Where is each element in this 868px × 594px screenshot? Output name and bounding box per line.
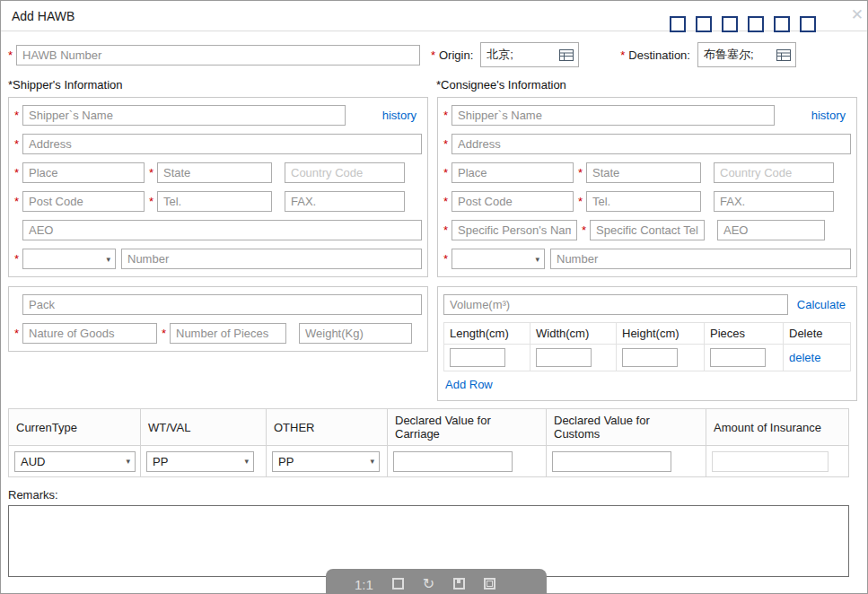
pieces-input[interactable]: [710, 348, 766, 367]
required-marker: *: [14, 195, 22, 208]
origin-lookup-icon[interactable]: [555, 44, 578, 66]
required-marker: *: [14, 166, 22, 179]
consignee-country-code-input[interactable]: [714, 162, 834, 183]
shipper-place-input[interactable]: [22, 162, 145, 183]
consignee-history-link[interactable]: history: [811, 109, 846, 122]
shipper-state-input[interactable]: [157, 162, 272, 183]
close-icon[interactable]: ✕: [851, 5, 860, 24]
consignee-contact-field: *: [582, 220, 705, 240]
currency-type-select[interactable]: AUD ▾: [14, 451, 136, 472]
consignee-panel: * history * * *: [437, 97, 857, 277]
currency-header-wtval: WT/VAL: [141, 409, 267, 446]
height-input[interactable]: [622, 348, 678, 367]
required-marker: *: [578, 195, 586, 208]
required-marker: *: [443, 252, 452, 266]
consignee-postcode-input[interactable]: [452, 191, 574, 212]
rotate-icon[interactable]: ↻: [423, 578, 434, 590]
shipper-place-field: *: [14, 162, 145, 183]
origin-input[interactable]: [481, 45, 555, 65]
weight-input[interactable]: [299, 323, 412, 344]
origin-group: * Origin:: [431, 42, 579, 67]
square-icon[interactable]: [800, 16, 816, 32]
currency-type-value: AUD: [21, 455, 45, 468]
shipper-aeo-field: [14, 220, 422, 240]
consignee-aeo-input[interactable]: [717, 220, 825, 240]
fit-screen-icon[interactable]: [392, 578, 404, 590]
square-icon[interactable]: [774, 16, 790, 32]
pack-panel: * *: [8, 286, 428, 352]
shipper-state-field: *: [149, 162, 272, 183]
wtval-select[interactable]: PP ▾: [146, 451, 254, 472]
currency-header-insurance: Amount of Insurance: [706, 409, 849, 446]
shipper-history-link[interactable]: history: [382, 109, 416, 122]
delete-row-link[interactable]: delete: [789, 351, 820, 364]
shipper-country-code-input[interactable]: [285, 162, 405, 183]
dim-header-pieces: Pieces: [705, 323, 784, 345]
square-icon[interactable]: [722, 16, 738, 32]
shipper-id-type-select[interactable]: ▾: [22, 249, 116, 269]
destination-input[interactable]: [698, 45, 772, 65]
pack-input[interactable]: [22, 294, 422, 315]
currency-header-row: CurrenType WT/VAL OTHER Declared Value f…: [9, 409, 849, 446]
calculate-link[interactable]: Calculate: [797, 298, 846, 311]
dialog-content: * * Origin:: [1, 31, 867, 594]
number-of-pieces-input[interactable]: [170, 323, 286, 344]
required-marker: *: [443, 109, 452, 122]
dim-header-width: Width(cm): [530, 323, 617, 345]
destination-lookup-icon[interactable]: [772, 44, 795, 66]
consignee-tel-input[interactable]: [586, 191, 701, 212]
required-marker: *: [620, 48, 628, 62]
currency-header-other: OTHER: [267, 409, 388, 446]
destination-label: Destination:: [628, 48, 690, 62]
actual-size-button[interactable]: 1:1: [355, 578, 373, 591]
top-row: * * Origin:: [8, 42, 860, 67]
specific-contact-tel-input[interactable]: [590, 220, 705, 240]
shipper-postcode-input[interactable]: [22, 191, 145, 212]
shipper-fax-input[interactable]: [285, 191, 405, 212]
chevron-down-icon: ▾: [106, 255, 110, 264]
shipper-aeo-input[interactable]: [22, 220, 422, 240]
length-input[interactable]: [450, 348, 505, 367]
consignee-address-input[interactable]: [452, 134, 851, 154]
currency-header-customs: Declared Value for Customs: [547, 409, 706, 446]
shipper-tel-input[interactable]: [157, 191, 272, 212]
dim-header-length: Length(cm): [444, 323, 530, 345]
square-icon[interactable]: [696, 16, 712, 32]
other-select[interactable]: PP ▾: [272, 451, 380, 472]
amount-of-insurance-input[interactable]: [712, 451, 829, 472]
dialog-title: Add HAWB: [12, 9, 75, 23]
required-marker: *: [14, 137, 22, 151]
zoom-toolbar: 1:1 ↻: [326, 569, 547, 594]
consignee-state-field: *: [578, 162, 701, 183]
consignee-state-input[interactable]: [586, 162, 701, 183]
consignee-id-number-input[interactable]: [550, 249, 851, 269]
required-marker: *: [578, 166, 586, 179]
destination-field: [697, 42, 796, 67]
square-icon[interactable]: [748, 16, 764, 32]
shipper-address-input[interactable]: [22, 134, 422, 154]
declared-value-carriage-input[interactable]: [393, 451, 513, 472]
nature-of-goods-input[interactable]: [22, 323, 157, 344]
save-icon[interactable]: [453, 578, 465, 590]
square-icon[interactable]: [670, 16, 686, 32]
consignee-name-input[interactable]: [452, 105, 775, 126]
chevron-down-icon: ▾: [370, 457, 374, 466]
consignee-fax-input[interactable]: [714, 191, 834, 212]
add-row-link[interactable]: Add Row: [445, 378, 493, 391]
currency-table: CurrenType WT/VAL OTHER Declared Value f…: [8, 408, 849, 477]
width-input[interactable]: [536, 348, 592, 367]
shipper-id-number-input[interactable]: [121, 249, 422, 269]
info-panels: * history * * *: [8, 97, 860, 277]
consignee-id-type-select[interactable]: ▾: [452, 249, 545, 269]
specific-person-name-input[interactable]: [452, 220, 577, 240]
hawb-number-input[interactable]: [16, 45, 420, 66]
volume-input[interactable]: [443, 294, 788, 315]
remarks-textarea[interactable]: [8, 505, 849, 577]
declared-value-customs-input[interactable]: [552, 451, 671, 472]
nature-of-goods-field: *: [14, 323, 157, 344]
shipper-section-heading: *Shipper's Information: [8, 78, 436, 92]
frame-icon[interactable]: [484, 578, 495, 590]
shipper-name-input[interactable]: [22, 105, 346, 126]
consignee-place-input[interactable]: [452, 162, 574, 183]
chevron-down-icon: ▾: [126, 457, 130, 466]
